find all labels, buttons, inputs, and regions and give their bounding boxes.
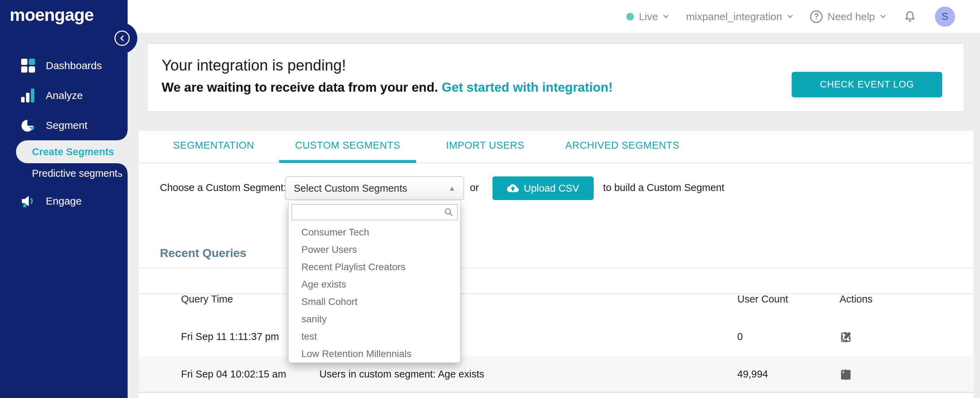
tab-archived-segments[interactable]: ARCHIVED SEGMENTS [549, 131, 695, 163]
dropdown-option[interactable]: sanity [288, 310, 460, 328]
user-count-cell: 0 [737, 331, 743, 342]
chevron-left-icon [120, 35, 126, 42]
project-name: mixpanel_integration [686, 11, 782, 22]
export-icon[interactable] [840, 368, 852, 381]
custom-segment-dropdown: Consumer TechPower UsersRecent Playlist … [288, 201, 461, 363]
sidebar-item-label: Segment [46, 120, 88, 131]
top-header: Live mixpanel_integration ? Need help S [127, 0, 980, 33]
sidebar-item-dashboards[interactable]: Dashboards [0, 51, 127, 81]
dashboards-icon [20, 58, 36, 74]
sidebar-item-label: Analyze [46, 90, 83, 101]
question-circle-icon: ? [810, 10, 822, 23]
user-count-cell: 49,994 [737, 368, 768, 380]
segment-icon [20, 117, 36, 133]
chooser-label: Choose a Custom Segment: [160, 182, 286, 193]
analyze-icon [20, 88, 36, 104]
query-time-cell: Fri Sep 04 10:02:15 am [181, 368, 286, 380]
notch-bottom [118, 163, 127, 173]
app-screen: moengage DashboardsAnalyzeSegmentCreate … [0, 0, 980, 398]
banner-subtitle: We are waiting to receive data from your… [162, 80, 613, 95]
sidebar-items: DashboardsAnalyzeSegmentCreate SegmentsP… [0, 51, 127, 216]
dropdown-option[interactable]: Power Users [288, 241, 460, 258]
project-selector[interactable]: mixpanel_integration [686, 11, 792, 22]
dropdown-option[interactable]: Recent Playlist Creators [288, 258, 460, 276]
check-event-log-button[interactable]: CHECK EVENT LOG [792, 72, 942, 97]
sidebar-item-predictive-segments[interactable]: Predictive segments [0, 163, 127, 183]
sidebar-item-create-segments[interactable]: Create Segments [16, 140, 127, 163]
upload-csv-label: Upload CSV [523, 183, 579, 194]
tab-segmentation[interactable]: SEGMENTATION [157, 131, 270, 163]
divider [139, 294, 974, 294]
dropdown-option[interactable]: test [288, 328, 460, 345]
help-menu[interactable]: ? Need help [810, 10, 885, 23]
column-header-user-count: User Count [737, 294, 788, 305]
dropdown-search [292, 204, 458, 220]
tab-import-users[interactable]: IMPORT USERS [425, 131, 540, 163]
notch-top [118, 131, 127, 140]
tab-label: IMPORT USERS [446, 140, 524, 151]
triangle-up-icon: ▲ [449, 184, 455, 192]
integration-banner: Your integration is pending! We are wait… [147, 44, 964, 112]
table-row: Fri Sep 04 10:02:15 amUsers in custom se… [139, 357, 974, 393]
env-selector[interactable]: Live [626, 11, 668, 22]
tab-custom-segments[interactable]: CUSTOM SEGMENTS [279, 131, 416, 163]
get-started-link[interactable]: Get started with integration! [441, 80, 612, 94]
column-header-actions: Actions [840, 294, 872, 305]
tab-bar: SEGMENTATIONCUSTOM SEGMENTSIMPORT USERSA… [139, 131, 974, 163]
cloud-upload-icon [507, 184, 519, 193]
edit-icon[interactable] [840, 331, 852, 344]
avatar[interactable]: S [935, 6, 955, 27]
sidebar-collapse-button[interactable] [115, 30, 130, 46]
segments-card: SEGMENTATIONCUSTOM SEGMENTSIMPORT USERSA… [139, 131, 974, 398]
sidebar-item-label: Dashboards [46, 60, 102, 72]
search-input[interactable] [292, 205, 444, 219]
chevron-down-icon [663, 13, 669, 18]
table-row: Fri Sep 11 1:11:37 pm0 [139, 317, 974, 357]
dropdown-options: Consumer TechPower UsersRecent Playlist … [288, 224, 460, 363]
recent-queries-title: Recent Queries [160, 246, 246, 260]
dropdown-option[interactable]: Age exists [288, 276, 460, 293]
suffix-text: to build a Custom Segment [603, 182, 724, 193]
chevron-down-icon [788, 13, 793, 18]
table-header: Query Time User Count Actions [139, 284, 974, 316]
query-time-cell: Fri Sep 11 1:11:37 pm [181, 331, 279, 342]
upload-csv-button[interactable]: Upload CSV [492, 176, 594, 200]
banner-title: Your integration is pending! [162, 57, 346, 74]
sidebar-item-label: Create Segments [32, 146, 114, 158]
moengage-logo: moengage [10, 5, 94, 25]
tab-label: CUSTOM SEGMENTS [295, 140, 400, 151]
sidebar-item-analyze[interactable]: Analyze [0, 81, 127, 110]
sidebar-item-label: Engage [46, 195, 81, 207]
dropdown-option[interactable]: Consumer Tech [288, 224, 460, 241]
engage-icon [20, 193, 36, 209]
sidebar: moengage DashboardsAnalyzeSegmentCreate … [0, 0, 127, 398]
tab-label: SEGMENTATION [173, 140, 254, 151]
query-cell: Users in custom segment: Age exists [320, 368, 484, 380]
sidebar-item-label: Predictive segments [32, 168, 123, 179]
dropdown-option[interactable]: Small Cohort [288, 293, 460, 310]
chevron-down-icon [880, 13, 886, 18]
divider [139, 268, 974, 269]
tab-label: ARCHIVED SEGMENTS [565, 140, 679, 151]
dropdown-option[interactable]: Low Retention Millennials [288, 345, 460, 363]
notification-bell-icon[interactable] [903, 9, 917, 24]
sidebar-item-engage[interactable]: Engage [0, 186, 127, 216]
or-text: or [470, 182, 479, 193]
live-status-dot [626, 13, 634, 21]
help-label: Need help [827, 11, 875, 22]
env-label: Live [639, 11, 658, 22]
select-value: Select Custom Segments [294, 183, 407, 194]
custom-segment-select[interactable]: Select Custom Segments ▲ [285, 176, 464, 200]
sidebar-item-segment[interactable]: Segment [0, 110, 127, 140]
banner-subtitle-text: We are waiting to receive data from your… [162, 80, 438, 94]
search-icon [444, 207, 454, 217]
column-header-query-time: Query Time [181, 294, 233, 305]
